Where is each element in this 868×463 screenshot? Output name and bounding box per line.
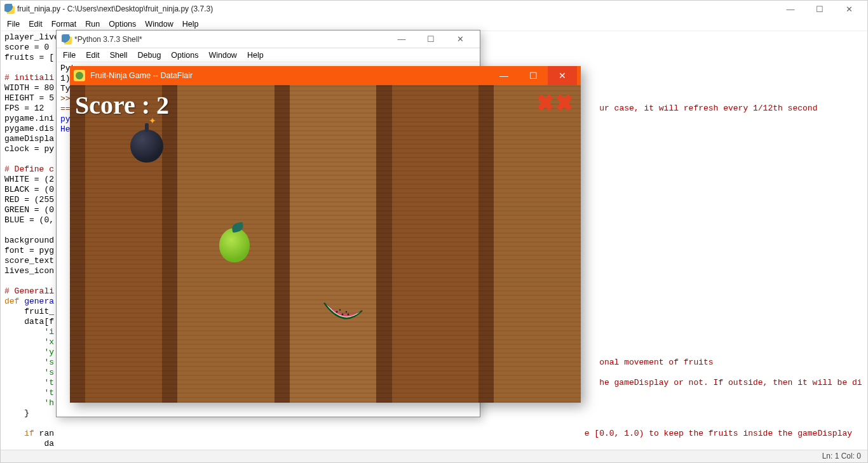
menu-help[interactable]: Help (247, 51, 264, 60)
menu-edit[interactable]: Edit (29, 20, 43, 29)
shell-title: *Python 3.7.3 Shell* (74, 35, 142, 44)
lives-display: ✖ ✖ (536, 90, 573, 116)
svg-point-1 (342, 314, 344, 316)
close-button[interactable]: ✕ (548, 66, 577, 85)
svg-point-0 (336, 311, 338, 313)
idle-titlebar[interactable]: fruit_ninja.py - C:\Users\next\Desktop\f… (1, 1, 867, 17)
menu-debug[interactable]: Debug (138, 51, 161, 60)
minimize-button[interactable]: — (776, 1, 805, 17)
game-canvas[interactable]: Score : 2 ✖ ✖ (70, 85, 581, 403)
pygame-window: Fruit-Ninja Game -- DataFlair — ☐ ✕ Scor… (70, 66, 581, 403)
score-value: 2 (156, 91, 169, 119)
menu-run[interactable]: Run (85, 20, 100, 29)
svg-point-3 (339, 309, 341, 311)
idle-title: fruit_ninja.py - C:\Users\next\Desktop\f… (17, 4, 213, 13)
watermelon-object[interactable] (321, 298, 365, 326)
svg-point-4 (346, 311, 347, 312)
idle-menubar: File Edit Format Run Options Window Help (1, 17, 867, 31)
minimize-button[interactable]: — (387, 31, 416, 48)
game-titlebar[interactable]: Fruit-Ninja Game -- DataFlair — ☐ ✕ (70, 66, 581, 85)
game-title: Fruit-Ninja Game -- DataFlair (90, 71, 193, 80)
svg-point-2 (348, 314, 349, 316)
guava-object[interactable] (219, 228, 250, 262)
game-window-controls: — ☐ ✕ (489, 66, 577, 85)
idle-statusbar: Ln: 1 Col: 0 (1, 450, 867, 462)
menu-window[interactable]: Window (208, 51, 236, 60)
score-label: Score : (75, 91, 156, 119)
shell-menubar: File Edit Shell Debug Options Window Hel… (57, 48, 480, 62)
menu-file[interactable]: File (63, 51, 76, 60)
menu-edit[interactable]: Edit (86, 51, 100, 60)
bomb-object[interactable] (130, 130, 163, 163)
minimize-button[interactable]: — (489, 66, 519, 85)
close-button[interactable]: ✕ (834, 1, 864, 17)
shell-window-controls: — ☐ ✕ (387, 31, 475, 48)
life-lost-icon: ✖ (555, 89, 573, 117)
menu-options[interactable]: Options (171, 51, 198, 60)
python-icon (4, 4, 15, 14)
menu-format[interactable]: Format (51, 20, 77, 29)
life-lost-icon: ✖ (536, 89, 554, 117)
close-button[interactable]: ✕ (445, 31, 475, 48)
menu-options[interactable]: Options (109, 20, 136, 29)
menu-window[interactable]: Window (145, 20, 173, 29)
game-icon (74, 70, 85, 81)
shell-titlebar[interactable]: *Python 3.7.3 Shell* — ☐ ✕ (57, 30, 480, 48)
maximize-button[interactable]: ☐ (416, 31, 445, 48)
menu-shell[interactable]: Shell (110, 51, 128, 60)
python-icon (62, 34, 72, 44)
menu-help[interactable]: Help (182, 20, 199, 29)
maximize-button[interactable]: ☐ (805, 1, 834, 17)
maximize-button[interactable]: ☐ (519, 66, 548, 85)
window-controls: — ☐ ✕ (776, 1, 864, 17)
menu-file[interactable]: File (7, 20, 20, 29)
